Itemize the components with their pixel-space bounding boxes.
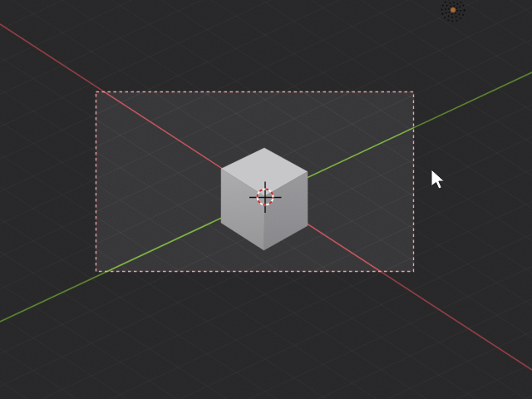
scene-layer [0,0,532,399]
noise-texture [0,0,532,399]
3d-viewport[interactable] [0,0,532,399]
